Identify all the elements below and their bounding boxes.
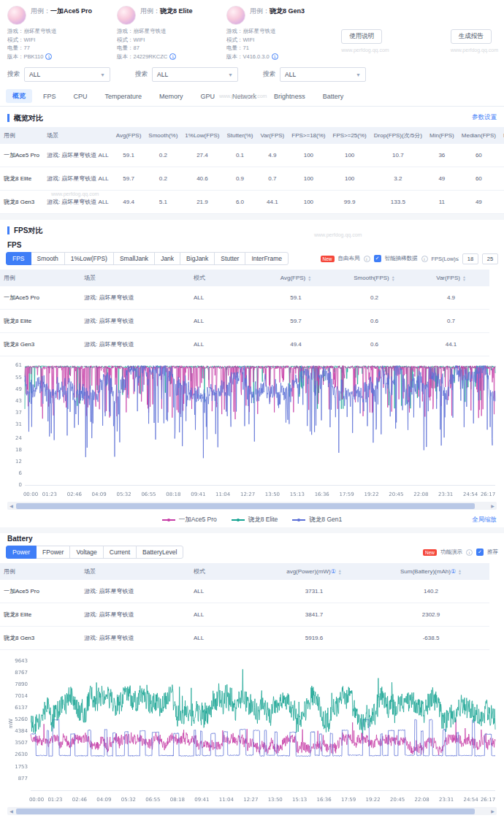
info-icon[interactable]: 1 (272, 53, 278, 60)
sort-icon[interactable]: ▲▼ (462, 275, 466, 281)
info-icon[interactable]: i (466, 549, 473, 556)
power-line-chart[interactable] (4, 653, 500, 805)
overview-header: 概览对比 参数设置 (0, 107, 504, 127)
cell: 36 (426, 144, 458, 167)
info-icon: ① (331, 568, 336, 575)
fps-header: FPS对比 (0, 220, 504, 240)
tab-概览[interactable]: 概览 (6, 89, 32, 103)
legend-item[interactable]: 骁龙8 Elite (232, 516, 278, 524)
cell: 4.9 (257, 144, 289, 167)
sort-icon[interactable]: ▲▼ (458, 569, 462, 575)
scrollbar-thumb[interactable] (16, 503, 475, 509)
cell: 100 (288, 144, 329, 167)
legend-item[interactable]: 一加Ace5 Pro (162, 516, 217, 524)
battery-tab-BatteryLevel[interactable]: BatteryLevel (136, 546, 183, 559)
sort-icon[interactable]: ▲▼ (392, 275, 395, 281)
battery-chart (0, 650, 504, 805)
tab-Network[interactable]: Network (226, 91, 263, 102)
col-header: Min(FPS) (426, 127, 458, 144)
search-select[interactable]: ALL▼ (152, 67, 238, 82)
cell: 3.2 (370, 167, 426, 191)
param-settings-link[interactable]: 参数设置 (472, 113, 497, 122)
battery-tab-Voltage[interactable]: Voltage (69, 546, 103, 559)
battery-tab-Power[interactable]: Power (6, 546, 37, 559)
battery-tab-FPower[interactable]: FPower (36, 546, 70, 559)
search-select[interactable]: ALL▼ (280, 67, 366, 82)
info-icon[interactable]: 1 (169, 53, 176, 60)
help-button[interactable]: 使用说明 (341, 29, 382, 44)
cell: 60 (500, 144, 504, 167)
cell: 0.7 (257, 167, 289, 191)
fps-tab-BigJank[interactable]: BigJank (180, 252, 215, 265)
card-line: 模式：WIFI (117, 37, 218, 43)
table-row: 一加Ace5 Pro游戏: 崩坏星穹铁道ALL3731.1140.2 (0, 580, 489, 603)
col-header[interactable]: avg(Power)(mW)①▲▼ (256, 563, 373, 580)
scroll-right-icon[interactable]: ▶ (489, 503, 497, 508)
cell: 40.6 (181, 167, 223, 191)
info-icon[interactable]: 1 (45, 53, 52, 60)
card-line: 模式：WIFI (226, 37, 327, 43)
cell: 60 (500, 167, 504, 191)
legend-item[interactable]: 骁龙8 Gen1 (292, 516, 342, 524)
global-zoom-link[interactable]: 全局缩放 (472, 516, 497, 524)
filter-bar: 搜索 ALL▼ 搜索 ALL▼ 搜索 ALL▼ (0, 64, 504, 88)
legend-line-icon (292, 519, 305, 521)
case-title: 用例：骁龙8 Elite (140, 7, 193, 15)
case-label: 用例： (250, 7, 270, 15)
sort-icon[interactable]: ▲▼ (308, 275, 311, 281)
col-header: Stutter(%) (223, 127, 256, 144)
col-header[interactable]: Sum(Battery)(mAh)①▲▼ (373, 563, 489, 580)
fps-tab-Jank[interactable]: Jank (154, 252, 180, 265)
col-header: FPS>=18(%) (288, 127, 329, 144)
cell: 133.5 (370, 191, 426, 214)
scroll-left-icon[interactable]: ◀ (7, 809, 15, 814)
tab-FPS[interactable]: FPS (37, 91, 63, 102)
sort-icon[interactable]: ▲▼ (338, 569, 342, 575)
fps-chart (0, 356, 504, 500)
info-icon[interactable]: i (421, 256, 428, 262)
fps-tab-InterFrame[interactable]: InterFrame (245, 252, 289, 265)
tab-Brightness[interactable]: Brightness (267, 91, 312, 102)
scroll-left-icon[interactable]: ◀ (7, 503, 15, 508)
fps-tab-SmallJank[interactable]: SmallJank (113, 252, 155, 265)
col-header[interactable]: Var(FPS)▲▼ (413, 270, 489, 286)
cell: 49 (426, 167, 458, 191)
generate-report-button[interactable]: 生成报告 (451, 29, 492, 44)
tab-Temperature[interactable]: Temperature (99, 91, 149, 102)
cell: 99.9 (329, 191, 370, 214)
fps-tab-1%Low(FPS)[interactable]: 1%Low(FPS) (64, 252, 114, 265)
fps-tab-FPS[interactable]: FPS (6, 252, 31, 265)
cell: 0.2 (145, 144, 181, 167)
tab-Memory[interactable]: Memory (153, 91, 190, 102)
fps-tab-Stutter[interactable]: Stutter (214, 252, 245, 265)
report-page: 用例：一加Ace5 Pro 游戏：崩坏星穹铁道 模式：WIFI 电量：77 版本… (0, 0, 504, 818)
fps-tab-Smooth[interactable]: Smooth (31, 252, 65, 265)
fps-low-input-2[interactable] (482, 253, 498, 264)
fps-line-chart[interactable] (4, 359, 500, 500)
demo-label[interactable]: 功能演示 (440, 548, 462, 556)
battery-tab-Current[interactable]: Current (103, 546, 137, 559)
case-name: 骁龙8 Gen3 (0, 627, 80, 650)
tab-GPU[interactable]: GPU (194, 91, 222, 102)
cell: 0.6 (336, 333, 413, 356)
cell: 游戏: 崩坏星穹铁道 ALL (43, 191, 112, 214)
fps-chart-scrollbar[interactable]: ◀ ▶ (7, 502, 497, 510)
battery-chart-scrollbar[interactable]: ◀ ▶ (7, 807, 497, 815)
card-line: 电量：77 (7, 45, 108, 51)
decimate-checkbox[interactable]: ✓ (374, 255, 381, 262)
case-name: 骁龙8 Gen3 (0, 333, 80, 356)
col-header[interactable]: Avg(FPS)▲▼ (256, 270, 336, 286)
col-header[interactable]: Smooth(FPS)▲▼ (336, 270, 413, 286)
free-layout-label[interactable]: 自由布局 (338, 255, 360, 262)
fps-low-input[interactable] (462, 253, 478, 264)
scrollbar-thumb[interactable] (16, 809, 475, 814)
tab-Battery[interactable]: Battery (316, 91, 351, 102)
recommend-checkbox[interactable]: ✓ (476, 548, 484, 556)
info-icon[interactable]: i (364, 256, 370, 262)
scroll-right-icon[interactable]: ▶ (489, 809, 497, 814)
tab-CPU[interactable]: CPU (67, 91, 94, 102)
search-select[interactable]: ALL▼ (24, 67, 110, 82)
search-label: 搜索 (263, 70, 275, 79)
cell: 5919.6 (256, 627, 373, 650)
cell: ALL (190, 310, 256, 333)
